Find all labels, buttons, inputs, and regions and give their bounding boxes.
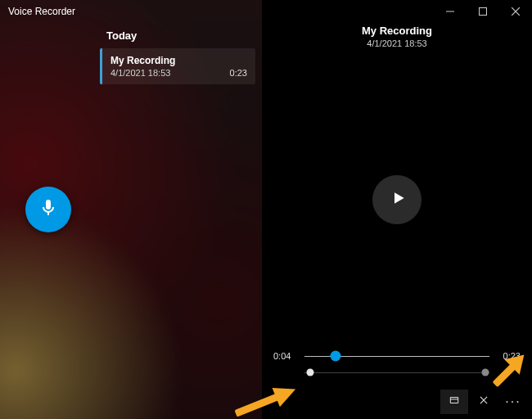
close-icon — [478, 394, 489, 409]
titlebar: Voice Recorder — [0, 0, 532, 23]
minimize-button[interactable] — [434, 0, 467, 23]
playback-title: My Recording — [262, 25, 532, 37]
playback-panel: My Recording 4/1/2021 18:53 0:04 0:23 — [262, 0, 532, 419]
recording-item[interactable]: My Recording 4/1/2021 18:53 0:23 — [100, 48, 255, 84]
trim-button[interactable] — [440, 390, 468, 414]
close-button[interactable] — [499, 0, 532, 23]
svg-rect-0 — [446, 11, 454, 12]
current-time: 0:04 — [273, 351, 296, 361]
record-button[interactable] — [25, 187, 71, 232]
marker-start[interactable] — [306, 369, 313, 376]
group-header-today: Today — [97, 25, 259, 48]
seek-row: 0:04 0:23 — [273, 350, 521, 362]
trim-icon — [449, 394, 460, 409]
marker-track-line — [304, 372, 489, 373]
record-column — [0, 0, 97, 419]
svg-rect-1 — [480, 8, 487, 16]
recording-date: 4/1/2021 18:53 — [110, 68, 246, 78]
window-controls — [434, 0, 532, 23]
marker-track[interactable] — [304, 367, 489, 378]
seek-slider[interactable] — [304, 350, 489, 362]
recording-duration: 0:23 — [230, 68, 247, 78]
app-window: Voice Recorder — [0, 0, 532, 419]
play-area — [262, 48, 532, 350]
recordings-list: Today My Recording 4/1/2021 18:53 0:23 — [97, 0, 262, 419]
app-title: Voice Recorder — [8, 6, 75, 17]
play-button[interactable] — [372, 175, 422, 224]
more-button[interactable]: ··· — [499, 394, 527, 409]
seek-thumb[interactable] — [331, 351, 341, 362]
marker-row — [273, 367, 521, 378]
svg-rect-2 — [450, 398, 458, 403]
bottom-toolbar: ··· — [262, 388, 532, 419]
total-time: 0:23 — [498, 351, 521, 361]
microphone-icon — [38, 198, 58, 221]
playback-date: 4/1/2021 18:53 — [262, 38, 532, 48]
timeline-area: 0:04 0:23 — [262, 350, 532, 388]
marker-end[interactable] — [482, 369, 489, 376]
maximize-button[interactable] — [467, 0, 499, 23]
delete-button[interactable] — [470, 390, 498, 414]
recordings-panel: Today My Recording 4/1/2021 18:53 0:23 — [0, 0, 262, 419]
recording-title: My Recording — [110, 55, 246, 66]
play-icon — [388, 190, 407, 210]
